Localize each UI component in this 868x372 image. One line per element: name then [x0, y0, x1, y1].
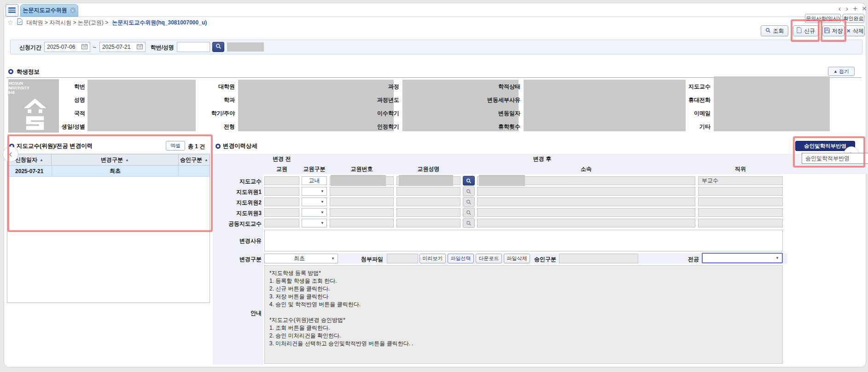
- coadvisor-no-field[interactable]: [330, 219, 394, 227]
- date-from-field[interactable]: 2025-07-06: [44, 42, 90, 52]
- reason-textarea[interactable]: [264, 230, 783, 251]
- chevron-down-icon: ▼: [320, 200, 324, 204]
- member3-type-dropdown[interactable]: ▼: [302, 208, 327, 217]
- member1-affiliation-field[interactable]: [477, 187, 695, 196]
- collapse-arrow-icon: ▲: [833, 69, 838, 74]
- member3-affiliation-field[interactable]: [477, 208, 695, 217]
- favorite-star-icon[interactable]: ☆: [7, 18, 13, 27]
- coadvisor-lookup-button[interactable]: [463, 218, 475, 228]
- save-disk-icon: [824, 28, 830, 35]
- member1-position-field[interactable]: [698, 187, 783, 196]
- search-button[interactable]: 조회: [761, 25, 788, 36]
- attach-file-field[interactable]: [387, 254, 418, 263]
- inquiry-button[interactable]: 문의사항(임시): [805, 14, 841, 23]
- coadvisor-name-field[interactable]: [396, 219, 460, 227]
- close-window-icon[interactable]: ×: [862, 4, 867, 13]
- id-name-input[interactable]: [177, 42, 210, 52]
- advisor-position-field[interactable]: 부교수: [698, 176, 783, 185]
- coadvisor-position-field[interactable]: [698, 219, 783, 227]
- coadvisor-type-dropdown[interactable]: ▼: [302, 219, 327, 227]
- member2-type-dropdown[interactable]: ▼: [302, 198, 327, 206]
- member3-lookup-button[interactable]: [463, 208, 475, 217]
- group-header-before: 변경 전: [264, 154, 299, 164]
- coadvisor-faculty-field[interactable]: [264, 219, 299, 227]
- chevron-down-icon: ▼: [331, 256, 335, 261]
- delete-button[interactable]: ✕ 삭제: [845, 25, 865, 36]
- redacted-value-block: [714, 76, 830, 131]
- row-label-member1: 지도위원1: [206, 188, 262, 196]
- member3-faculty-field[interactable]: [264, 208, 299, 217]
- member1-faculty-field[interactable]: [264, 187, 299, 196]
- panel-collapse-left-chevron[interactable]: ‹: [3, 146, 18, 162]
- member3-position-field[interactable]: [698, 208, 783, 217]
- member2-no-field[interactable]: [330, 198, 394, 206]
- major-label: 전공: [685, 256, 699, 263]
- advisor-faculty-type-field[interactable]: 교내: [302, 176, 327, 185]
- member3-no-field[interactable]: [330, 208, 394, 217]
- window-controls: ‹ › + ×: [825, 4, 867, 14]
- sort-asc-icon[interactable]: ▲: [40, 158, 43, 162]
- field-label: 휴학횟수: [465, 123, 520, 131]
- filter-search-button[interactable]: [212, 42, 224, 52]
- row-label-member3: 지도위원3: [206, 209, 262, 217]
- major-dropdown[interactable]: ▼: [702, 253, 783, 263]
- change-type-dropdown[interactable]: 최초 ▼: [264, 254, 338, 263]
- advisor-faculty-field[interactable]: [264, 176, 299, 185]
- file-delete-button[interactable]: 파일삭제: [504, 254, 530, 263]
- member1-no-field[interactable]: [330, 187, 394, 196]
- collapse-button-label: 접기: [839, 68, 849, 75]
- column-header-change-type[interactable]: 변경구분▲: [52, 154, 179, 166]
- coadvisor-affiliation-field[interactable]: [477, 219, 695, 227]
- hamburger-menu-icon[interactable]: [6, 4, 18, 17]
- col-header-position: 직위: [698, 164, 783, 174]
- total-count: 총 1 건: [188, 143, 205, 151]
- member1-lookup-button[interactable]: [463, 186, 475, 196]
- member2-position-field[interactable]: [698, 198, 783, 206]
- member1-name-field[interactable]: [396, 187, 460, 196]
- member2-name-field[interactable]: [396, 198, 460, 206]
- confirm-done-button[interactable]: 확인완료: [843, 14, 864, 23]
- reason-label: 변경사유: [206, 237, 262, 245]
- member2-faculty-field[interactable]: [264, 198, 299, 206]
- row-date-value: 2025-07-21: [15, 168, 43, 174]
- date-from-value: 2025-07-06: [47, 44, 75, 50]
- preview-button[interactable]: 미리보기: [419, 254, 446, 263]
- file-select-button[interactable]: 파일선택: [448, 254, 474, 263]
- advisor-lookup-button[interactable]: [463, 176, 475, 186]
- row-date-cell: 2025-07-21: [7, 166, 52, 176]
- advisor-position-value: 부교수: [702, 177, 718, 185]
- field-label: 기타: [660, 123, 711, 131]
- member2-affiliation-field[interactable]: [477, 198, 695, 206]
- approval-type-field: [559, 254, 638, 263]
- col-header-faculty-no: 교원번호: [330, 164, 394, 174]
- redacted-student-value: [227, 42, 264, 52]
- excel-button[interactable]: 엑셀: [166, 141, 185, 151]
- date-range-tilde: ~: [93, 44, 96, 51]
- new-button[interactable]: 신규: [793, 25, 819, 36]
- field-label: 휴대전화: [660, 96, 711, 104]
- member2-lookup-button[interactable]: [463, 197, 475, 207]
- member3-name-field[interactable]: [396, 208, 460, 217]
- tab-thesis-advisor[interactable]: 논문지도교수위원 ×: [20, 4, 78, 17]
- section-bullet-icon: [216, 144, 221, 149]
- row-approval-cell: [179, 166, 210, 176]
- table-row[interactable]: 2025-07-21 최초: [7, 166, 210, 177]
- save-button[interactable]: 저장: [822, 25, 845, 36]
- breadcrumb-path[interactable]: 대학원 > 자격시험 > 논문(교원) >: [26, 19, 108, 27]
- sort-asc-icon[interactable]: ▲: [204, 158, 208, 162]
- row-type-value: 최초: [110, 167, 121, 175]
- field-label: 학번: [35, 83, 85, 91]
- sort-asc-icon[interactable]: ▲: [125, 158, 129, 162]
- add-tab-icon[interactable]: +: [853, 4, 857, 13]
- collapse-button[interactable]: ▲ 접기: [828, 67, 855, 76]
- member1-type-dropdown[interactable]: ▼: [302, 187, 327, 196]
- document-icon: [17, 18, 23, 27]
- calendar-icon[interactable]: [82, 43, 87, 51]
- col-header-faculty-name: 교원성명: [396, 164, 460, 174]
- download-button[interactable]: 다운로드: [476, 254, 502, 263]
- nav-back-icon[interactable]: ‹: [839, 4, 841, 13]
- column-header-approval[interactable]: 승인구분▲: [179, 154, 210, 166]
- period-label: 신청기간: [15, 44, 41, 52]
- nav-forward-icon[interactable]: ›: [845, 4, 848, 13]
- tab-close-icon[interactable]: ×: [70, 7, 76, 13]
